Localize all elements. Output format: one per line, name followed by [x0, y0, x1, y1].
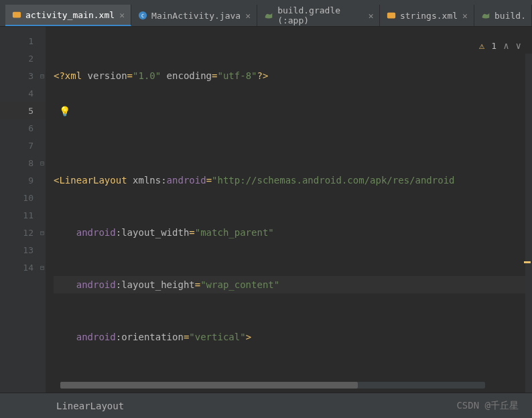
svg-rect-0: [13, 12, 21, 18]
warning-count: 1: [491, 41, 496, 51]
line-number[interactable]: 11: [0, 206, 46, 224]
intention-bulb-icon[interactable]: 💡: [59, 106, 70, 117]
line-number[interactable]: 4: [0, 84, 46, 102]
status-bar: LinearLayout CSDN @千丘星: [0, 393, 532, 418]
tab-label: MainActivity.java: [151, 11, 241, 21]
svg-text:C: C: [141, 13, 144, 19]
breadcrumb[interactable]: LinearLayout: [56, 401, 124, 411]
prev-highlight-icon[interactable]: ∧: [503, 40, 509, 51]
line-number[interactable]: 12⊟: [0, 224, 46, 241]
fold-marker-icon[interactable]: ⊟: [40, 72, 44, 80]
close-icon[interactable]: ✕: [462, 12, 468, 19]
editor-tabs: activity_main.xml ✕ C MainActivity.java …: [0, 0, 532, 27]
fold-marker-icon[interactable]: ⊟: [40, 229, 44, 236]
java-file-icon: C: [138, 11, 147, 20]
xml-file-icon: [387, 11, 396, 20]
line-number[interactable]: 7: [0, 137, 46, 154]
tab-label: build.: [494, 11, 526, 21]
horizontal-scrollbar[interactable]: [60, 382, 485, 389]
line-number[interactable]: 9: [0, 171, 46, 189]
next-highlight-icon[interactable]: ∨: [516, 40, 521, 51]
watermark-text: CSDN @千丘星: [456, 400, 519, 412]
code-text[interactable]: <?xml version="1.0" encoding="utf-8"?> <…: [46, 27, 532, 393]
close-icon[interactable]: ✕: [368, 12, 374, 19]
editor: 1 2 3⊟ 4 5 6 7 8⊟ 9 10 11 12⊟ 13 14⊟ 💡 <…: [0, 27, 532, 393]
inspection-widget[interactable]: ⚠ 1 ∧ ∨: [475, 38, 525, 54]
error-stripe-bar[interactable]: [525, 54, 532, 418]
gradle-file-icon: [481, 11, 490, 20]
gutter: 1 2 3⊟ 4 5 6 7 8⊟ 9 10 11 12⊟ 13 14⊟: [0, 27, 46, 393]
tab-label: strings.xml: [400, 11, 458, 21]
scrollbar-thumb[interactable]: [60, 382, 358, 389]
xml-file-icon: [12, 10, 21, 19]
line-number[interactable]: 6: [0, 119, 46, 137]
line-number[interactable]: 14⊟: [0, 259, 46, 276]
tab-label: build.gradle (:app): [277, 5, 364, 25]
line-number[interactable]: 13: [0, 241, 46, 259]
line-number[interactable]: 5: [0, 102, 46, 119]
gradle-file-icon: [264, 11, 273, 20]
tab-activity-main[interactable]: activity_main.xml ✕: [5, 5, 131, 26]
fold-marker-icon[interactable]: ⊟: [40, 159, 44, 167]
line-number[interactable]: 3⊟: [0, 67, 46, 84]
line-number[interactable]: 2: [0, 50, 46, 67]
tab-label: activity_main.xml: [25, 10, 115, 20]
line-number[interactable]: 8⊟: [0, 154, 46, 171]
warning-icon: ⚠: [479, 40, 484, 51]
close-icon[interactable]: ✕: [119, 11, 125, 18]
tab-build-gradle-app[interactable]: build.gradle (:app) ✕: [257, 5, 380, 26]
close-icon[interactable]: ✕: [245, 12, 251, 19]
tab-build-gradle-truncated[interactable]: build.: [474, 5, 532, 26]
warning-stripe-marker[interactable]: [524, 261, 531, 263]
fold-marker-icon[interactable]: ⊟: [40, 264, 44, 271]
line-number[interactable]: 10: [0, 189, 46, 206]
line-number[interactable]: 1: [0, 32, 46, 50]
tab-main-activity[interactable]: C MainActivity.java ✕: [131, 5, 257, 26]
tab-strings-xml[interactable]: strings.xml ✕: [380, 5, 474, 26]
svg-rect-3: [387, 13, 395, 19]
